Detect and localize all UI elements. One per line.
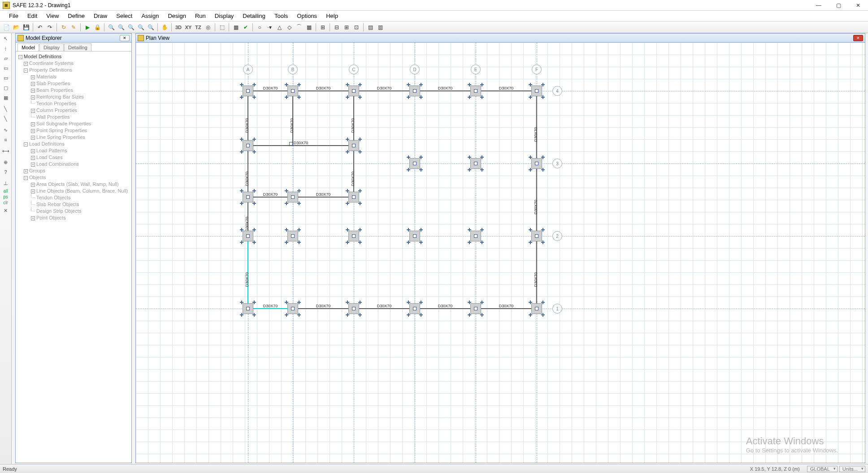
draw-line-icon[interactable]: ▭ [1, 64, 10, 73]
tree-node[interactable]: +Line Objects (Beam, Column, Brace, Null… [18, 188, 129, 194]
column[interactable] [468, 301, 483, 316]
column[interactable] [468, 156, 483, 171]
column[interactable] [407, 228, 422, 244]
quick-line-icon[interactable]: ╲ [1, 114, 10, 123]
menu-draw[interactable]: Draw [89, 11, 112, 21]
pointer-icon[interactable]: ↖ [1, 34, 10, 43]
tree-node[interactable]: Tendon Objects [18, 194, 129, 201]
save-icon[interactable]: 💾 [22, 23, 30, 32]
column[interactable] [529, 228, 544, 244]
tree-node[interactable]: Tendon Properties [18, 100, 129, 107]
tree-node[interactable]: −Model Definitions [18, 53, 129, 60]
column[interactable] [240, 301, 256, 316]
tree-node[interactable]: +Line Spring Properties [18, 134, 129, 141]
refresh-icon[interactable]: ↻ [59, 23, 68, 32]
perspective-icon[interactable]: ⬚ [217, 23, 226, 32]
plan-close-button[interactable]: ✕ [853, 35, 863, 41]
draw-point-icon[interactable]: ▱ [1, 54, 10, 63]
shape-gear-icon[interactable]: ▦ [304, 23, 313, 32]
tree-node[interactable]: +Area Objects (Slab, Wall, Ramp, Null) [18, 181, 129, 188]
column[interactable] [468, 228, 483, 244]
view-tz-button[interactable]: TZ [194, 23, 203, 32]
beam[interactable] [293, 90, 354, 91]
beam[interactable] [248, 145, 354, 146]
draw-area-icon[interactable]: ▭ [1, 73, 10, 82]
tree-node[interactable]: +Slab Properties [18, 80, 129, 87]
axis-icon[interactable]: ⊥ [1, 179, 10, 188]
beam[interactable] [415, 90, 476, 91]
reshape-icon[interactable]: ⟊ [1, 44, 10, 53]
menu-select[interactable]: Select [112, 11, 137, 21]
column[interactable] [529, 301, 544, 316]
menu-assign[interactable]: Assign [137, 11, 163, 21]
plan-view-header[interactable]: Plan View ✕ [136, 34, 865, 43]
menu-detailing[interactable]: Detailing [238, 11, 270, 21]
misc1-icon[interactable]: ⊞ [318, 23, 327, 32]
menu-help[interactable]: Help [321, 11, 343, 21]
line-tool-icon[interactable]: ╲ [1, 104, 10, 113]
object-shrink-icon[interactable]: ▦ [231, 23, 240, 32]
column[interactable] [285, 83, 300, 99]
column[interactable] [240, 189, 256, 205]
lock-icon[interactable]: 🔒 [93, 23, 102, 32]
tree-node[interactable]: +Point Spring Properties [18, 127, 129, 134]
beam[interactable] [415, 308, 476, 309]
zoom-rubber-icon[interactable]: 🔍 [107, 23, 116, 32]
table-icon[interactable]: ▤ [366, 23, 375, 32]
open-icon[interactable]: 📂 [12, 23, 21, 32]
menu-view[interactable]: View [42, 11, 63, 21]
column[interactable] [346, 301, 361, 316]
tree-node[interactable]: −Property Definitions [18, 67, 129, 73]
target-icon[interactable]: ◎ [204, 23, 213, 32]
zoom-prev-icon[interactable]: 🔍 [126, 23, 135, 32]
tree-node[interactable]: −Objects [18, 174, 129, 181]
menu-file[interactable]: File [4, 11, 23, 21]
sel-prev-button[interactable]: ps [3, 194, 8, 199]
tree-node[interactable]: +Column Properties [18, 107, 129, 114]
redo-icon[interactable]: ↷ [45, 23, 54, 32]
beam[interactable] [476, 308, 537, 309]
column[interactable] [468, 83, 483, 99]
beam[interactable] [293, 197, 354, 198]
menu-edit[interactable]: Edit [23, 11, 42, 21]
tree-node[interactable]: Wall Properties [18, 114, 129, 120]
new-icon[interactable]: 📄 [2, 23, 11, 32]
shape-diamond-icon[interactable]: ◇ [285, 23, 294, 32]
beam[interactable] [476, 90, 537, 91]
tree-node[interactable]: +Load Cases [18, 154, 129, 161]
tree-node[interactable]: +Groups [18, 168, 129, 174]
explorer-tab-model[interactable]: Model [17, 43, 39, 51]
misc3-icon[interactable]: ⊞ [342, 23, 351, 32]
dim-icon[interactable]: ⟷ [1, 146, 10, 155]
tree-node[interactable]: +Soil Subgrade Properties [18, 120, 129, 127]
menu-define[interactable]: Define [63, 11, 89, 21]
strip-icon[interactable]: ≡ [1, 135, 10, 144]
explorer-tab-display[interactable]: Display [39, 43, 64, 51]
tree-node[interactable]: +Load Combinations [18, 161, 129, 168]
check-icon[interactable]: ✔ [241, 23, 250, 32]
menu-display[interactable]: Display [210, 11, 239, 21]
sel-all-button[interactable]: all [3, 189, 8, 194]
column[interactable] [346, 83, 361, 99]
shape-circle-icon[interactable]: ○ [255, 23, 264, 32]
draw-rect-icon[interactable]: ▢ [1, 83, 10, 92]
view-xy-button[interactable]: XY [184, 23, 193, 32]
column[interactable] [346, 138, 361, 153]
column[interactable] [407, 301, 422, 316]
column[interactable] [346, 189, 361, 205]
column[interactable] [346, 228, 361, 244]
pan-icon[interactable]: ✋ [160, 23, 169, 32]
misc4-icon[interactable]: ⊡ [352, 23, 361, 32]
maximize-button[interactable]: ▢ [829, 0, 848, 11]
snap2-icon[interactable]: ? [1, 168, 10, 176]
column[interactable] [240, 228, 256, 244]
column[interactable] [285, 228, 300, 244]
column[interactable] [529, 156, 544, 171]
column[interactable] [407, 83, 422, 99]
tree-node[interactable]: Slab Rebar Objects [18, 201, 129, 208]
menu-options[interactable]: Options [292, 11, 321, 21]
plan-canvas[interactable]: Activate Windows Go to Settings to activ… [136, 43, 865, 463]
coord-system-combo[interactable]: GLOBAL [807, 466, 838, 472]
intersect-icon[interactable]: ✕ [1, 206, 10, 215]
shape-triangle-icon[interactable]: △ [275, 23, 284, 32]
